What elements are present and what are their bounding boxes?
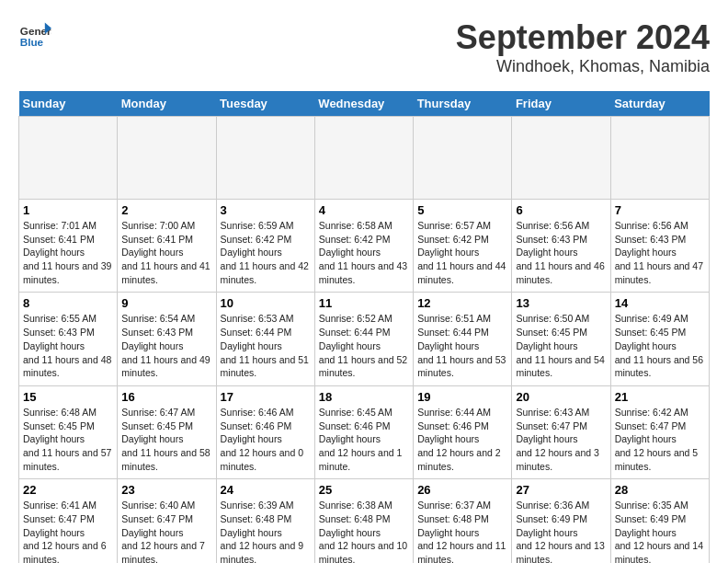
header-row: SundayMondayTuesdayWednesdayThursdayFrid… xyxy=(19,91,710,117)
title-section: September 2024 Windhoek, Khomas, Namibia xyxy=(456,18,710,76)
day-number: 7 xyxy=(615,203,705,217)
day-info: Sunrise: 6:54 AM Sunset: 6:43 PM Dayligh… xyxy=(121,312,211,379)
day-info: Sunrise: 6:57 AM Sunset: 6:42 PM Dayligh… xyxy=(417,219,507,286)
calendar-cell: 2 Sunrise: 7:00 AM Sunset: 6:41 PM Dayli… xyxy=(118,200,216,293)
header-cell-tuesday: Tuesday xyxy=(216,91,314,117)
day-info: Sunrise: 6:39 AM Sunset: 6:48 PM Dayligh… xyxy=(221,499,311,563)
day-info: Sunrise: 6:43 AM Sunset: 6:47 PM Dayligh… xyxy=(516,406,606,473)
calendar-cell: 15 Sunrise: 6:48 AM Sunset: 6:45 PM Dayl… xyxy=(19,385,118,478)
calendar-cell: 27 Sunrise: 6:36 AM Sunset: 6:49 PM Dayl… xyxy=(512,479,610,563)
calendar-cell: 20 Sunrise: 6:43 AM Sunset: 6:47 PM Dayl… xyxy=(512,385,610,478)
day-info: Sunrise: 6:53 AM Sunset: 6:44 PM Dayligh… xyxy=(221,312,311,379)
day-number: 1 xyxy=(23,203,113,217)
calendar-cell: 3 Sunrise: 6:59 AM Sunset: 6:42 PM Dayli… xyxy=(216,200,314,293)
calendar-table: SundayMondayTuesdayWednesdayThursdayFrid… xyxy=(18,91,710,563)
day-info: Sunrise: 6:58 AM Sunset: 6:42 PM Dayligh… xyxy=(319,219,409,286)
day-number: 17 xyxy=(221,390,311,404)
header-cell-thursday: Thursday xyxy=(414,91,512,117)
calendar-cell xyxy=(216,117,314,200)
calendar-cell: 22 Sunrise: 6:41 AM Sunset: 6:47 PM Dayl… xyxy=(19,479,118,563)
calendar-cell: 8 Sunrise: 6:55 AM Sunset: 6:43 PM Dayli… xyxy=(19,293,118,385)
day-number: 24 xyxy=(221,483,311,497)
day-number: 2 xyxy=(121,203,211,217)
calendar-cell xyxy=(314,117,413,200)
calendar-cell: 18 Sunrise: 6:45 AM Sunset: 6:46 PM Dayl… xyxy=(314,385,413,478)
day-number: 6 xyxy=(516,203,606,217)
header-cell-saturday: Saturday xyxy=(610,91,709,117)
day-number: 10 xyxy=(221,296,311,310)
day-number: 22 xyxy=(23,483,113,497)
day-info: Sunrise: 6:49 AM Sunset: 6:45 PM Dayligh… xyxy=(615,312,705,379)
day-number: 19 xyxy=(417,390,507,404)
day-info: Sunrise: 6:52 AM Sunset: 6:44 PM Dayligh… xyxy=(319,312,409,379)
calendar-body: 1 Sunrise: 7:01 AM Sunset: 6:41 PM Dayli… xyxy=(19,117,710,564)
day-info: Sunrise: 6:51 AM Sunset: 6:44 PM Dayligh… xyxy=(417,312,507,379)
day-number: 8 xyxy=(23,296,113,310)
day-info: Sunrise: 6:50 AM Sunset: 6:45 PM Dayligh… xyxy=(516,312,606,379)
calendar-cell: 25 Sunrise: 6:38 AM Sunset: 6:48 PM Dayl… xyxy=(314,479,413,563)
calendar-cell: 14 Sunrise: 6:49 AM Sunset: 6:45 PM Dayl… xyxy=(610,293,709,385)
calendar-cell xyxy=(512,117,610,200)
calendar-cell: 17 Sunrise: 6:46 AM Sunset: 6:46 PM Dayl… xyxy=(216,385,314,478)
svg-text:Blue: Blue xyxy=(20,36,44,48)
day-info: Sunrise: 7:00 AM Sunset: 6:41 PM Dayligh… xyxy=(121,219,211,286)
day-info: Sunrise: 6:40 AM Sunset: 6:47 PM Dayligh… xyxy=(121,499,211,563)
day-number: 23 xyxy=(121,483,211,497)
day-number: 11 xyxy=(319,296,409,310)
calendar-cell xyxy=(118,117,216,200)
day-info: Sunrise: 7:01 AM Sunset: 6:41 PM Dayligh… xyxy=(23,219,113,286)
month-title: September 2024 xyxy=(456,18,710,57)
day-number: 14 xyxy=(615,296,705,310)
location-title: Windhoek, Khomas, Namibia xyxy=(456,57,710,76)
day-number: 20 xyxy=(516,390,606,404)
day-number: 27 xyxy=(516,483,606,497)
day-number: 26 xyxy=(417,483,507,497)
day-number: 4 xyxy=(319,203,409,217)
day-info: Sunrise: 6:36 AM Sunset: 6:49 PM Dayligh… xyxy=(516,499,606,563)
header-cell-friday: Friday xyxy=(512,91,610,117)
day-number: 18 xyxy=(319,390,409,404)
calendar-cell: 1 Sunrise: 7:01 AM Sunset: 6:41 PM Dayli… xyxy=(19,200,118,293)
logo: General Blue xyxy=(18,18,51,52)
day-info: Sunrise: 6:42 AM Sunset: 6:47 PM Dayligh… xyxy=(615,406,705,473)
page-header: General Blue September 2024 Windhoek, Kh… xyxy=(18,18,710,76)
week-row-4: 22 Sunrise: 6:41 AM Sunset: 6:47 PM Dayl… xyxy=(19,479,710,563)
day-info: Sunrise: 6:46 AM Sunset: 6:46 PM Dayligh… xyxy=(221,406,311,473)
day-number: 16 xyxy=(121,390,211,404)
calendar-cell: 19 Sunrise: 6:44 AM Sunset: 6:46 PM Dayl… xyxy=(414,385,512,478)
day-number: 13 xyxy=(516,296,606,310)
calendar-cell: 26 Sunrise: 6:37 AM Sunset: 6:48 PM Dayl… xyxy=(414,479,512,563)
week-row-3: 15 Sunrise: 6:48 AM Sunset: 6:45 PM Dayl… xyxy=(19,385,710,478)
day-info: Sunrise: 6:47 AM Sunset: 6:45 PM Dayligh… xyxy=(121,406,211,473)
day-info: Sunrise: 6:38 AM Sunset: 6:48 PM Dayligh… xyxy=(319,499,409,563)
day-info: Sunrise: 6:59 AM Sunset: 6:42 PM Dayligh… xyxy=(221,219,311,286)
calendar-cell: 12 Sunrise: 6:51 AM Sunset: 6:44 PM Dayl… xyxy=(414,293,512,385)
day-number: 25 xyxy=(319,483,409,497)
calendar-header: SundayMondayTuesdayWednesdayThursdayFrid… xyxy=(19,91,710,117)
calendar-cell: 28 Sunrise: 6:35 AM Sunset: 6:49 PM Dayl… xyxy=(610,479,709,563)
header-cell-monday: Monday xyxy=(118,91,216,117)
calendar-cell xyxy=(414,117,512,200)
day-number: 9 xyxy=(121,296,211,310)
calendar-cell: 4 Sunrise: 6:58 AM Sunset: 6:42 PM Dayli… xyxy=(314,200,413,293)
day-info: Sunrise: 6:48 AM Sunset: 6:45 PM Dayligh… xyxy=(23,406,113,473)
calendar-cell: 16 Sunrise: 6:47 AM Sunset: 6:45 PM Dayl… xyxy=(118,385,216,478)
day-number: 15 xyxy=(23,390,113,404)
calendar-cell xyxy=(19,117,118,200)
header-cell-sunday: Sunday xyxy=(19,91,118,117)
day-info: Sunrise: 6:41 AM Sunset: 6:47 PM Dayligh… xyxy=(23,499,113,563)
calendar-cell: 5 Sunrise: 6:57 AM Sunset: 6:42 PM Dayli… xyxy=(414,200,512,293)
day-number: 12 xyxy=(417,296,507,310)
day-number: 21 xyxy=(615,390,705,404)
calendar-cell: 6 Sunrise: 6:56 AM Sunset: 6:43 PM Dayli… xyxy=(512,200,610,293)
day-info: Sunrise: 6:44 AM Sunset: 6:46 PM Dayligh… xyxy=(417,406,507,473)
day-info: Sunrise: 6:35 AM Sunset: 6:49 PM Dayligh… xyxy=(615,499,705,563)
calendar-cell: 7 Sunrise: 6:56 AM Sunset: 6:43 PM Dayli… xyxy=(610,200,709,293)
header-cell-wednesday: Wednesday xyxy=(314,91,413,117)
calendar-cell: 10 Sunrise: 6:53 AM Sunset: 6:44 PM Dayl… xyxy=(216,293,314,385)
logo-icon: General Blue xyxy=(18,18,51,52)
week-row-2: 8 Sunrise: 6:55 AM Sunset: 6:43 PM Dayli… xyxy=(19,293,710,385)
calendar-cell: 9 Sunrise: 6:54 AM Sunset: 6:43 PM Dayli… xyxy=(118,293,216,385)
day-info: Sunrise: 6:56 AM Sunset: 6:43 PM Dayligh… xyxy=(615,219,705,286)
day-info: Sunrise: 6:56 AM Sunset: 6:43 PM Dayligh… xyxy=(516,219,606,286)
